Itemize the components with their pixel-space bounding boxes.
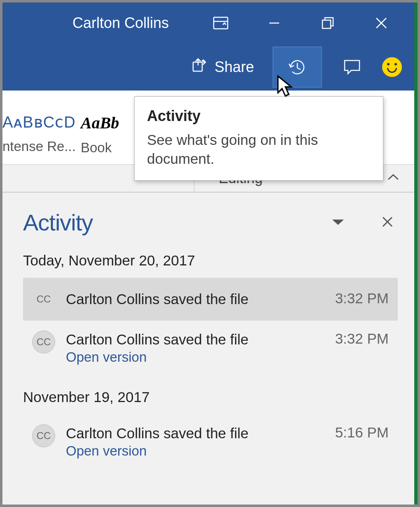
minimize-icon[interactable] bbox=[266, 15, 282, 31]
activity-action: Carlton Collins saved the file bbox=[66, 290, 327, 308]
svg-line-9 bbox=[297, 68, 301, 70]
window-controls bbox=[212, 15, 414, 31]
user-name: Carlton Collins bbox=[72, 14, 169, 32]
smiley-icon bbox=[382, 57, 402, 77]
close-icon[interactable] bbox=[373, 15, 390, 31]
avatar: CC bbox=[32, 288, 55, 311]
style-label: ntense Re... bbox=[2, 139, 76, 154]
restore-icon[interactable] bbox=[320, 15, 336, 31]
collapse-ribbon-button[interactable] bbox=[387, 173, 399, 183]
comment-icon bbox=[342, 57, 362, 77]
pane-header: Activity bbox=[23, 209, 398, 236]
activity-action: Carlton Collins saved the file bbox=[66, 424, 327, 442]
avatar: CC bbox=[32, 424, 55, 447]
style-preview: AᴀBʙCᴄD bbox=[2, 113, 76, 131]
activity-item[interactable]: CC Carlton Collins saved the file Open v… bbox=[23, 321, 398, 375]
activity-date-header: Today, November 20, 2017 bbox=[23, 252, 398, 269]
share-button[interactable]: Share bbox=[191, 57, 254, 77]
activity-date-header: November 19, 2017 bbox=[23, 389, 398, 405]
ribbon-toolbar: Share bbox=[2, 44, 414, 91]
pane-dropdown-button[interactable] bbox=[332, 218, 344, 227]
pane-title: Activity bbox=[23, 209, 93, 236]
titlebar: Carlton Collins bbox=[2, 2, 414, 44]
style-label: Book bbox=[81, 140, 112, 156]
tooltip-title: Activity bbox=[147, 107, 371, 125]
style-book-title[interactable]: AaBb Book bbox=[81, 113, 142, 156]
tooltip-description: See what's going on in this document. bbox=[147, 130, 371, 168]
svg-marker-11 bbox=[333, 220, 343, 225]
pane-close-button[interactable] bbox=[381, 216, 394, 230]
history-icon bbox=[286, 56, 309, 79]
style-preview: AaBb bbox=[81, 113, 119, 133]
activity-tooltip: Activity See what's going on in this doc… bbox=[134, 96, 383, 181]
share-icon bbox=[191, 57, 207, 77]
activity-time: 3:32 PM bbox=[335, 330, 389, 347]
pane-controls bbox=[332, 216, 398, 230]
activity-pane: Activity Today, November 20, 2017 CC Car… bbox=[2, 193, 414, 505]
feedback-button[interactable] bbox=[382, 57, 402, 77]
ribbon-display-options-icon[interactable] bbox=[212, 15, 229, 31]
activity-item[interactable]: CC Carlton Collins saved the file Open v… bbox=[23, 414, 398, 469]
open-version-link[interactable]: Open version bbox=[66, 349, 327, 365]
style-intense-reference[interactable]: AᴀBʙCᴄD ntense Re... bbox=[2, 113, 81, 154]
share-label: Share bbox=[215, 58, 254, 76]
comments-button[interactable] bbox=[341, 56, 364, 79]
activity-button[interactable] bbox=[273, 47, 322, 88]
activity-item[interactable]: CC Carlton Collins saved the file 3:32 P… bbox=[23, 278, 398, 321]
svg-rect-4 bbox=[322, 20, 331, 28]
avatar: CC bbox=[32, 330, 55, 354]
word-window: Carlton Collins Share bbox=[2, 2, 418, 505]
activity-action: Carlton Collins saved the file bbox=[66, 330, 327, 349]
activity-time: 3:32 PM bbox=[335, 290, 389, 307]
activity-time: 5:16 PM bbox=[335, 424, 389, 441]
open-version-link[interactable]: Open version bbox=[66, 443, 327, 459]
svg-rect-0 bbox=[214, 17, 228, 29]
